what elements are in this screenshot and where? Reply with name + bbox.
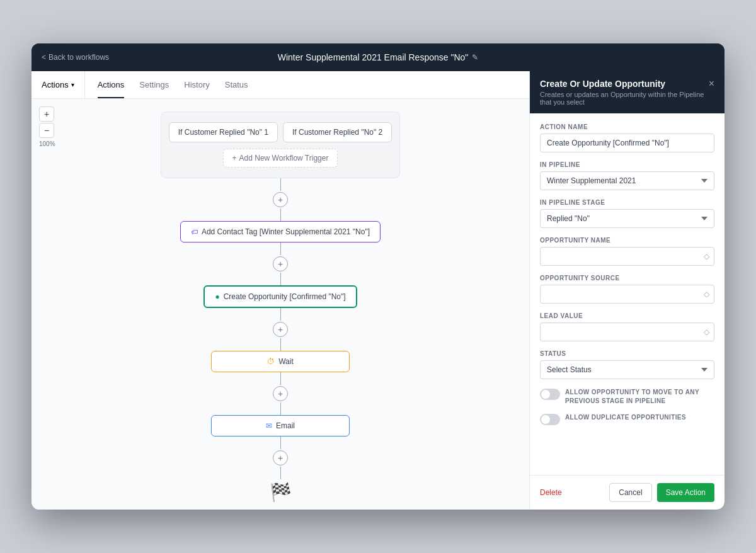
in-pipeline-stage-field: IN PIPELINE STAGE Replied "No" [540,199,714,228]
delete-button[interactable]: Delete [540,488,562,497]
panel-header: Create Or Update Opportunity Creates or … [530,71,724,113]
tabs: Actions Settings History Status [85,71,261,98]
action-name-field: ACTION NAME [540,123,714,152]
right-panel: Create Or Update Opportunity Creates or … [529,71,724,510]
trigger-row: If Customer Replied "No" 1 If Customer R… [169,122,392,142]
toggle-duplicate-label: ALLOW DUPLICATE OPPORTUNITIES [565,413,686,422]
panel-subtitle: Creates or updates an Opportunity within… [540,91,709,106]
save-action-button[interactable]: Save Action [657,483,714,502]
wait-icon: ⏱ [267,357,275,366]
workflow-title: Winter Supplemental 2021 Email Response … [278,52,479,62]
zoom-controls: + − 100% [39,106,55,147]
add-action-button-4[interactable]: + [273,386,288,401]
opportunity-source-label: OPPORTUNITY SOURCE [540,275,714,282]
add-action-button-5[interactable]: + [273,450,288,465]
panel-footer: Delete Cancel Save Action [530,475,724,510]
trigger-container: If Customer Replied "No" 1 If Customer R… [161,111,400,178]
opportunity-icon: ● [215,292,219,301]
tab-actions[interactable]: Actions [98,71,125,98]
opportunity-name-icon: ◇ [704,252,709,261]
main-area: Actions ▾ Actions Settings History Statu… [32,71,724,510]
in-pipeline-field: IN PIPELINE Winter Supplemental 2021 [540,161,714,190]
opportunity-action-node[interactable]: ● Create Opportunity [Confirmed "No"] [203,285,357,308]
panel-body: ACTION NAME IN PIPELINE Winter Supplemen… [530,113,724,475]
in-pipeline-stage-label: IN PIPELINE STAGE [540,199,714,206]
actions-chevron-icon: ▾ [71,81,74,88]
add-trigger-button[interactable]: + Add New Workflow Trigger [223,149,338,168]
in-pipeline-label: IN PIPELINE [540,161,714,168]
action-name-label: ACTION NAME [540,123,714,130]
wait-action-node[interactable]: ⏱ Wait [211,351,350,372]
zoom-out-button[interactable]: − [39,123,54,138]
toggle-duplicate-opportunities: ALLOW DUPLICATE OPPORTUNITIES [540,413,714,425]
finish-flag: 🏁 [270,482,292,503]
add-action-button-1[interactable]: + [273,192,288,207]
opportunity-name-label: OPPORTUNITY NAME [540,237,714,244]
trigger-node-2[interactable]: If Customer Replied "No" 2 [283,122,392,142]
panel-title: Create Or Update Opportunity [540,79,709,89]
trigger-node-1[interactable]: If Customer Replied "No" 1 [169,122,278,142]
opportunity-source-field: OPPORTUNITY SOURCE ◇ [540,275,714,304]
zoom-in-button[interactable]: + [39,106,54,122]
opportunity-source-input[interactable] [540,285,714,304]
tag-icon: 🏷 [191,228,198,236]
zoom-level: 100% [39,140,55,147]
in-pipeline-stage-select[interactable]: Replied "No" [540,209,714,228]
top-bar: Back to workflows Winter Supplemental 20… [32,43,724,71]
tab-status[interactable]: Status [225,71,248,98]
back-link[interactable]: Back to workflows [42,53,109,62]
add-action-button-3[interactable]: + [273,322,288,337]
status-field: STATUS Select Status [540,350,714,379]
tab-history[interactable]: History [184,71,209,98]
toggle-previous-stage-toggle[interactable] [540,389,560,400]
close-panel-button[interactable]: × [709,79,714,89]
lead-value-icon: ◇ [704,328,709,336]
in-pipeline-select[interactable]: Winter Supplemental 2021 [540,171,714,190]
opportunity-name-field: OPPORTUNITY NAME ◇ [540,237,714,266]
opportunity-source-icon: ◇ [704,290,709,299]
actions-dropdown[interactable]: Actions ▾ [32,71,85,98]
email-action-node[interactable]: ✉ Email [211,415,350,436]
canvas-area: Actions ▾ Actions Settings History Statu… [32,71,529,510]
toggle-previous-stage: ALLOW OPPORTUNITY TO MOVE TO ANY PREVIOU… [540,388,714,406]
status-select[interactable]: Select Status [540,360,714,379]
canvas-content: + − 100% If Customer Replied "No" 1 If C… [32,99,529,510]
toggle-duplicate-toggle[interactable] [540,414,560,425]
lead-value-field: LEAD VALUE ◇ [540,312,714,341]
email-icon: ✉ [266,421,272,430]
opportunity-name-input[interactable] [540,247,714,266]
workflow-canvas: If Customer Replied "No" 1 If Customer R… [32,99,529,510]
tabs-bar: Actions ▾ Actions Settings History Statu… [32,71,529,99]
add-action-button-2[interactable]: + [273,256,288,271]
tag-action-node[interactable]: 🏷 Add Contact Tag [Winter Supplemental 2… [180,221,381,242]
tab-settings[interactable]: Settings [139,71,169,98]
lead-value-input[interactable] [540,322,714,341]
action-name-input[interactable] [540,134,714,152]
cancel-button[interactable]: Cancel [609,483,651,502]
edit-title-icon[interactable]: ✎ [472,53,478,62]
toggle-previous-stage-label: ALLOW OPPORTUNITY TO MOVE TO ANY PREVIOU… [565,388,714,406]
status-label: STATUS [540,350,714,357]
lead-value-label: LEAD VALUE [540,312,714,319]
